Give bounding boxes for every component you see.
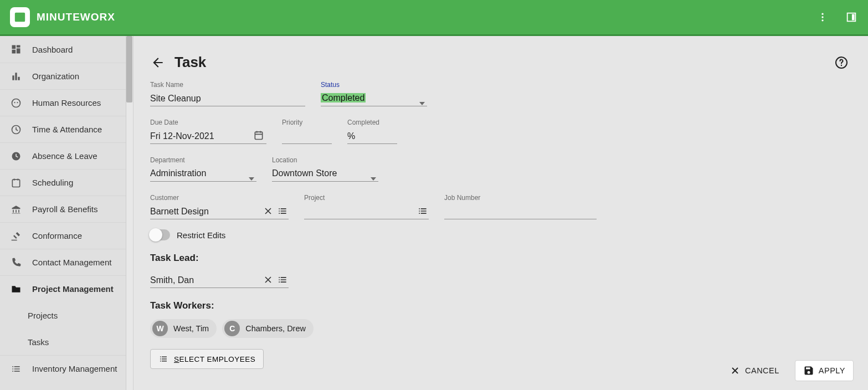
sidebar-item-contact[interactable]: Contact Management bbox=[0, 249, 133, 275]
due-date-input[interactable] bbox=[150, 127, 266, 144]
sidebar-item-label: Time & Attendance bbox=[32, 125, 102, 134]
status-select[interactable]: Completed bbox=[321, 90, 427, 106]
sidebar-item-absence[interactable]: Absence & Leave bbox=[0, 142, 133, 169]
chevron-down-icon bbox=[419, 98, 425, 101]
restrict-label: Restrict Edits bbox=[177, 230, 225, 240]
sidebar-item-label: Inventory Management bbox=[32, 364, 117, 373]
field-label: Priority bbox=[282, 119, 332, 126]
sidebar-item-hr[interactable]: Human Resources bbox=[0, 89, 133, 116]
folder-icon bbox=[10, 283, 22, 295]
jobnumber-field: Job Number bbox=[444, 194, 597, 219]
department-select[interactable]: Administration bbox=[150, 165, 256, 182]
action-bar: CANCEL APPLY bbox=[726, 360, 854, 381]
completed-input[interactable] bbox=[347, 127, 397, 144]
panel-icon[interactable] bbox=[845, 11, 858, 24]
department-field: Department Administration bbox=[150, 156, 256, 182]
sidebar-item-label: Payroll & Benefits bbox=[32, 204, 97, 214]
sidebar-item-label: Contact Management bbox=[32, 258, 111, 267]
content-area: Task Task Name Status Completed bbox=[133, 36, 868, 390]
field-label: Project bbox=[304, 194, 429, 202]
jobnumber-input[interactable] bbox=[444, 203, 597, 219]
face-icon bbox=[10, 97, 22, 109]
field-label: Job Number bbox=[444, 194, 597, 202]
sidebar-item-payroll[interactable]: Payroll & Benefits bbox=[0, 196, 133, 222]
sidebar-item-scheduling[interactable]: Scheduling bbox=[0, 169, 133, 196]
task-name-input[interactable] bbox=[150, 90, 305, 106]
scroll-thumb[interactable] bbox=[126, 36, 132, 102]
sidebar-item-label: Tasks bbox=[28, 337, 49, 347]
brand: MINUTEWORX bbox=[10, 7, 115, 27]
page-header: Task bbox=[133, 36, 868, 75]
list-icon bbox=[10, 363, 22, 375]
sidebar-item-label: Dashboard bbox=[32, 45, 73, 54]
location-value: Downtown Store bbox=[272, 168, 337, 178]
sidebar-item-label: Projects bbox=[28, 311, 58, 320]
apply-button[interactable]: APPLY bbox=[795, 360, 854, 381]
priority-input[interactable] bbox=[282, 127, 332, 144]
clock-icon bbox=[10, 124, 22, 136]
svg-point-1 bbox=[821, 16, 823, 18]
field-label: Completed bbox=[347, 119, 397, 126]
calendar-icon[interactable] bbox=[253, 130, 264, 141]
sidebar-item-label: Conformance bbox=[32, 231, 82, 240]
project-input[interactable] bbox=[304, 203, 429, 219]
worker-name: Chambers, Drew bbox=[245, 324, 306, 333]
restrict-row: Restrict Edits bbox=[150, 229, 851, 240]
sidebar-item-label: Absence & Leave bbox=[32, 151, 97, 161]
sidebar-item-organization[interactable]: Organization bbox=[0, 63, 133, 89]
sidebar-sub-tasks[interactable]: Tasks bbox=[0, 329, 133, 355]
task-lead-title: Task Lead: bbox=[150, 253, 851, 264]
priority-field: Priority bbox=[282, 119, 332, 144]
chevron-down-icon bbox=[371, 173, 376, 176]
customer-field: Customer bbox=[150, 194, 289, 219]
list-picker-icon[interactable] bbox=[417, 205, 429, 217]
completed-field: Completed bbox=[347, 119, 397, 144]
sidebar-item-conformance[interactable]: Conformance bbox=[0, 222, 133, 249]
workers-row: W West, Tim C Chambers, Drew bbox=[150, 319, 851, 338]
clear-icon[interactable] bbox=[262, 205, 274, 217]
clear-icon[interactable] bbox=[262, 274, 274, 286]
app-bar: MINUTEWORX bbox=[0, 0, 868, 36]
field-label: Department bbox=[150, 156, 256, 164]
select-employees-label: SSELECT EMPLOYEESELECT EMPLOYEES bbox=[174, 355, 255, 363]
sidebar-sub-projects[interactable]: Projects bbox=[0, 302, 133, 329]
sidebar-item-inventory[interactable]: Inventory Management bbox=[0, 355, 133, 382]
brand-logo bbox=[10, 7, 30, 27]
task-workers-title: Task Workers: bbox=[150, 300, 851, 311]
sidebar: Dashboard Organization Human Resources T… bbox=[0, 36, 133, 390]
back-button[interactable] bbox=[150, 55, 166, 70]
sidebar-item-dashboard[interactable]: Dashboard bbox=[0, 36, 133, 63]
sidebar-item-label: Project Management bbox=[32, 284, 114, 294]
field-label: Status bbox=[321, 81, 427, 89]
bank-icon bbox=[10, 203, 22, 215]
worker-chip[interactable]: W West, Tim bbox=[150, 319, 217, 338]
cancel-button[interactable]: CANCEL bbox=[726, 361, 783, 381]
field-label: Task Name bbox=[150, 81, 305, 89]
apply-label: APPLY bbox=[819, 366, 845, 375]
calendar-icon bbox=[10, 177, 22, 189]
svg-point-2 bbox=[821, 19, 823, 21]
appbar-actions bbox=[816, 11, 858, 24]
svg-point-10 bbox=[841, 64, 842, 65]
sidebar-item-time[interactable]: Time & Attendance bbox=[0, 116, 133, 142]
dashboard-icon bbox=[10, 43, 22, 55]
help-icon[interactable] bbox=[834, 55, 849, 70]
location-select[interactable]: Downtown Store bbox=[272, 165, 378, 182]
task-lead-field bbox=[150, 271, 289, 288]
list-picker-icon[interactable] bbox=[276, 274, 289, 286]
sidebar-item-label: Scheduling bbox=[32, 178, 73, 187]
list-picker-icon[interactable] bbox=[276, 205, 289, 217]
worker-name: West, Tim bbox=[173, 324, 209, 333]
sidebar-item-label: Human Resources bbox=[32, 98, 101, 107]
select-employees-button[interactable]: SSELECT EMPLOYEESELECT EMPLOYEES bbox=[150, 349, 264, 369]
svg-point-5 bbox=[17, 102, 18, 103]
department-value: Administration bbox=[150, 168, 206, 178]
svg-point-4 bbox=[14, 102, 15, 103]
more-vert-icon[interactable] bbox=[816, 11, 829, 24]
sidebar-scrollbar[interactable] bbox=[126, 36, 133, 390]
project-field: Project bbox=[304, 194, 429, 219]
sidebar-item-project[interactable]: Project Management bbox=[0, 275, 133, 302]
restrict-toggle[interactable] bbox=[150, 229, 170, 240]
status-field: Status Completed bbox=[321, 81, 427, 106]
worker-chip[interactable]: C Chambers, Drew bbox=[222, 319, 314, 338]
